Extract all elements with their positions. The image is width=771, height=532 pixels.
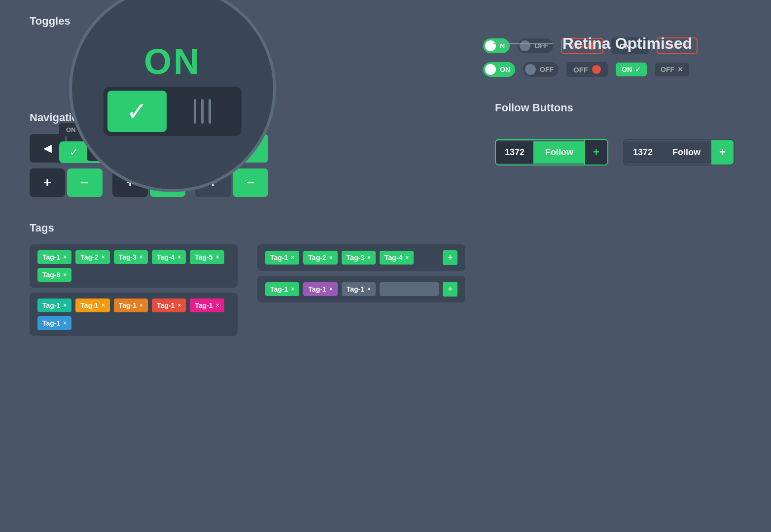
pill-dot-off-2 bbox=[525, 64, 536, 75]
orange-dot bbox=[592, 65, 601, 74]
tag-item[interactable]: Tag-6 × bbox=[37, 268, 71, 282]
tag-x[interactable]: × bbox=[177, 254, 181, 261]
tag-item-m2[interactable]: Tag-1 × bbox=[303, 282, 337, 296]
follow-count-green: 1372 bbox=[496, 141, 534, 164]
tags-group-2: Tag-1 × Tag-2 × Tag-3 × Tag-4 × + Tag-1 … bbox=[257, 244, 465, 341]
pill-on-label-2: ON bbox=[500, 66, 510, 73]
tag-item[interactable]: Tag-4 × bbox=[152, 250, 186, 264]
tag-x[interactable]: × bbox=[63, 320, 67, 327]
tags-group-1: Tag-1 × Tag-2 × Tag-3 × Tag-4 × Tag-5 × … bbox=[30, 244, 238, 341]
follow-count-dark: 1372 bbox=[624, 141, 662, 164]
magnifier-toggle-large: ✓ bbox=[104, 87, 242, 136]
follow-plus-dark[interactable]: + bbox=[711, 140, 734, 165]
tag-item-red[interactable]: Tag-1 × bbox=[152, 299, 186, 312]
tag-row-mixed: Tag-1 × Tag-1 × Tag-1 × + bbox=[257, 276, 465, 302]
tag-item-g3[interactable]: Tag-3 × bbox=[342, 251, 376, 265]
toggles-section: Toggles ON ✓ Retina Optimised ON bbox=[30, 15, 741, 77]
tag-x[interactable]: × bbox=[63, 302, 67, 309]
tag-item-m3[interactable]: Tag-1 × bbox=[342, 282, 376, 296]
tag-input[interactable] bbox=[380, 282, 439, 296]
off-orange-dot-toggle[interactable]: OFF bbox=[566, 62, 608, 77]
off-label-3: OFF bbox=[573, 66, 588, 74]
check-toggle-on-green[interactable]: ON ✓ bbox=[616, 63, 647, 76]
follow-text-dark[interactable]: Follow bbox=[662, 141, 711, 164]
follow-btn-dark: 1372 Follow + bbox=[623, 139, 735, 166]
follow-text-green[interactable]: Follow bbox=[534, 141, 584, 164]
tag-x[interactable]: × bbox=[329, 254, 333, 261]
tag-x[interactable]: × bbox=[367, 254, 371, 261]
pill-toggle-on-2[interactable]: ON bbox=[483, 62, 515, 77]
tag-item-orange[interactable]: Tag-1 × bbox=[114, 299, 148, 312]
follow-btns-row: 1372 Follow + 1372 Follow + bbox=[495, 139, 741, 166]
add-tag-button-2[interactable]: + bbox=[443, 282, 457, 297]
tag-row-colorful: Tag-1 × Tag-1 × Tag-1 × Tag-1 × Tag-1 × … bbox=[30, 293, 238, 336]
tag-item[interactable]: Tag-5 × bbox=[190, 250, 224, 264]
tag-x[interactable]: × bbox=[291, 254, 294, 261]
tag-item-g4[interactable]: Tag-4 × bbox=[380, 251, 414, 265]
follow-label: Follow Buttons bbox=[495, 101, 741, 114]
tag-item-pink[interactable]: Tag-1 × bbox=[190, 299, 224, 312]
check-green-icon: ✓ bbox=[635, 66, 641, 73]
pill-off-label-2: OFF bbox=[540, 66, 554, 73]
retina-line bbox=[493, 43, 553, 44]
off-dark-label: OFF bbox=[661, 66, 674, 73]
toggle-check-icon: ✓ bbox=[61, 143, 87, 161]
line-1 bbox=[194, 99, 196, 124]
tag-item-m1[interactable]: Tag-1 × bbox=[265, 282, 299, 296]
pill-toggle-off-2[interactable]: OFF bbox=[523, 62, 559, 77]
tag-x[interactable]: × bbox=[140, 302, 143, 309]
tag-item-g1[interactable]: Tag-1 × bbox=[265, 251, 299, 265]
magnifier-on-text: ON bbox=[144, 41, 201, 82]
tag-row-green-2: Tag-1 × Tag-2 × Tag-3 × Tag-4 × + bbox=[257, 244, 465, 271]
tag-x[interactable]: × bbox=[140, 254, 143, 261]
on-green-label: ON bbox=[622, 66, 632, 73]
toggle-row-2: ON OFF OFF ON ✓ OFF bbox=[483, 62, 741, 77]
tag-x[interactable]: × bbox=[216, 254, 219, 261]
line-2 bbox=[201, 99, 204, 124]
main-container: Toggles ON ✓ Retina Optimised ON bbox=[0, 0, 771, 356]
tag-x[interactable]: × bbox=[102, 254, 105, 261]
check-toggle-off-dark[interactable]: OFF ✕ bbox=[655, 63, 689, 76]
tag-x[interactable]: × bbox=[291, 286, 294, 293]
tag-item[interactable]: Tag-1 × bbox=[37, 250, 71, 264]
tag-x[interactable]: × bbox=[63, 271, 67, 278]
tag-row-green: Tag-1 × Tag-2 × Tag-3 × Tag-4 × Tag-5 × … bbox=[30, 244, 238, 288]
tag-x[interactable]: × bbox=[177, 302, 181, 309]
follow-plus-green[interactable]: + bbox=[584, 140, 607, 165]
tag-item[interactable]: Tag-2 × bbox=[75, 250, 109, 264]
tag-x[interactable]: × bbox=[329, 286, 333, 293]
tag-item-g2[interactable]: Tag-2 × bbox=[303, 251, 337, 265]
retina-section: Retina Optimised bbox=[493, 34, 692, 53]
tags-content: Tag-1 × Tag-2 × Tag-3 × Tag-4 × Tag-5 × … bbox=[30, 244, 465, 341]
plus-btn-1[interactable]: + bbox=[30, 168, 65, 197]
tag-item[interactable]: Tag-3 × bbox=[114, 250, 148, 264]
line-3 bbox=[209, 99, 211, 124]
tag-x[interactable]: × bbox=[405, 254, 409, 261]
right-bottom: Follow Buttons 1372 Follow + 1372 Follow… bbox=[495, 101, 741, 341]
retina-text: Retina Optimised bbox=[562, 34, 692, 53]
tag-item-yellow[interactable]: Tag-1 × bbox=[75, 299, 109, 312]
tag-x[interactable]: × bbox=[367, 286, 371, 293]
pm-row-1: + − bbox=[30, 168, 103, 197]
toggle-lines-side bbox=[167, 99, 238, 124]
tags-section: Tags Tag-1 × Tag-2 × Tag-3 × Tag-4 × Tag… bbox=[30, 222, 465, 341]
tags-label: Tags bbox=[30, 222, 465, 234]
pill-dot-2 bbox=[485, 64, 496, 75]
follow-btns-container: 1372 Follow + 1372 Follow + bbox=[495, 139, 741, 166]
toggle-check-side: ✓ bbox=[107, 91, 167, 132]
tag-item-blue[interactable]: Tag-1 × bbox=[37, 316, 71, 330]
tag-item-teal[interactable]: Tag-1 × bbox=[37, 299, 71, 312]
minus-btn-3[interactable]: − bbox=[233, 168, 268, 197]
follow-btn-green: 1372 Follow + bbox=[495, 139, 608, 166]
tag-x[interactable]: × bbox=[102, 302, 105, 309]
add-tag-button[interactable]: + bbox=[443, 250, 457, 265]
tag-x[interactable]: × bbox=[63, 254, 67, 261]
tag-x[interactable]: × bbox=[216, 302, 219, 309]
x-dark-icon: ✕ bbox=[677, 66, 683, 73]
minus-btn-1[interactable]: − bbox=[67, 168, 103, 197]
